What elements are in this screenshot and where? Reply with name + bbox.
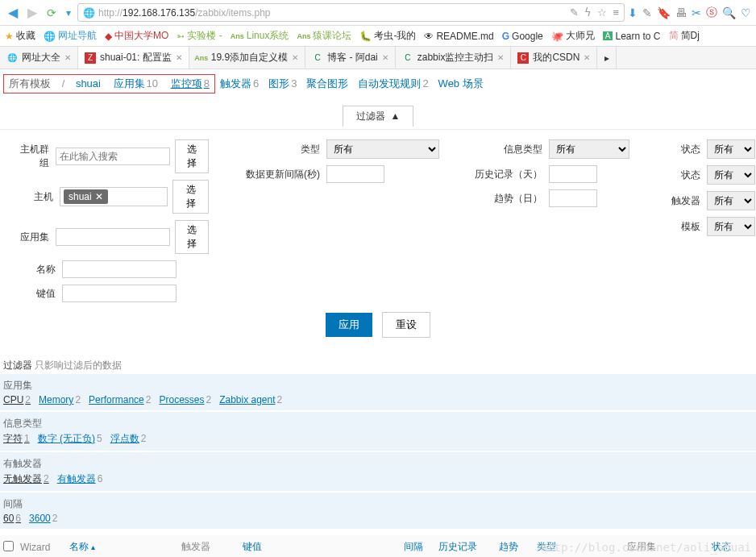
bookmark-item[interactable]: 👁README.md bbox=[424, 31, 493, 42]
bookmark-icon[interactable]: 🔖 bbox=[657, 6, 671, 19]
cat-item[interactable]: Performance2 bbox=[89, 394, 151, 405]
close-icon[interactable]: ✕ bbox=[382, 53, 388, 62]
close-icon[interactable]: ✕ bbox=[64, 53, 71, 62]
trigger-select[interactable]: 所有 bbox=[707, 191, 755, 210]
close-icon[interactable]: ✕ bbox=[497, 53, 504, 62]
subnav-screens[interactable]: 聚合图形 bbox=[301, 75, 353, 93]
bookmark-item[interactable]: GGoogle bbox=[502, 31, 543, 42]
cat-item[interactable]: 字符1 bbox=[3, 432, 30, 446]
tab[interactable]: Czabbix监控主动扫✕ bbox=[396, 47, 512, 69]
select-all-checkbox[interactable] bbox=[3, 541, 14, 551]
bookmark-item[interactable]: AnsLinux系统 bbox=[231, 29, 289, 43]
bookmark-item[interactable]: 🐛考虫-我的 bbox=[359, 29, 416, 43]
bookmark-item[interactable]: ➳实验楼 - bbox=[177, 29, 222, 43]
hostgroup-input[interactable] bbox=[56, 148, 170, 165]
select-button[interactable]: 选择 bbox=[172, 180, 209, 214]
bookmark-item[interactable]: 🐙大师兄 bbox=[551, 29, 595, 43]
bookmark-item[interactable]: 简简Dj bbox=[669, 29, 700, 43]
bookmark-item[interactable]: Ans猿课论坛 bbox=[297, 29, 351, 43]
key-label: 键值 bbox=[13, 287, 57, 301]
page-subnav: 所有模板 / shuai 应用集10 监控项8 触发器6 图形3 聚合图形 自动… bbox=[0, 69, 756, 98]
col-history[interactable]: 历史记录 bbox=[435, 535, 496, 557]
tab[interactable]: 🌐网址大全✕ bbox=[0, 47, 78, 69]
cat-interval: 间隔 606 36002 bbox=[0, 493, 756, 529]
update-input[interactable] bbox=[326, 165, 384, 183]
subnav-web[interactable]: Web 场景 bbox=[434, 75, 488, 93]
bookmarks-bar: ★收藏 🌐网址导航 ◆中国大学MO ➳实验楼 - AnsLinux系统 Ans猿… bbox=[0, 26, 756, 47]
history-input[interactable] bbox=[549, 165, 597, 183]
apply-button[interactable]: 应用 bbox=[326, 313, 372, 337]
bookmark-item[interactable]: ★收藏 bbox=[5, 29, 35, 43]
bookmark-item[interactable]: ALearn to C bbox=[603, 31, 661, 42]
bookmark-item[interactable]: 🌐网址导航 bbox=[44, 29, 97, 43]
subnav-appset[interactable]: 应用集10 bbox=[109, 76, 163, 91]
url-bar[interactable]: 🌐 http:// 192.168.176.135 /zabbix/items.… bbox=[77, 3, 625, 22]
select-button[interactable]: 选择 bbox=[175, 139, 209, 173]
filter-toggle[interactable]: 过滤器 ▲ bbox=[343, 106, 414, 127]
forward-button[interactable]: ▶ bbox=[24, 5, 40, 20]
cat-item[interactable]: 有触发器6 bbox=[57, 472, 103, 486]
close-icon[interactable]: ✕ bbox=[176, 53, 182, 62]
cat-item[interactable]: Memory2 bbox=[39, 394, 81, 405]
name-input[interactable] bbox=[62, 260, 177, 278]
select-button[interactable]: 选择 bbox=[175, 220, 209, 254]
tab[interactable]: C我的CSDN✕ bbox=[511, 47, 597, 69]
cut-icon[interactable]: ✂ bbox=[692, 6, 701, 19]
s-icon[interactable]: ⓢ bbox=[706, 6, 717, 20]
trend-input[interactable] bbox=[549, 189, 597, 207]
history-label: 历史记录（天） bbox=[471, 168, 544, 181]
subnav-items[interactable]: 监控项8 bbox=[166, 76, 214, 91]
col-name[interactable]: 名称 bbox=[66, 535, 178, 557]
reload-button[interactable]: ⟳ bbox=[44, 6, 60, 19]
state1-select[interactable]: 所有 bbox=[707, 139, 755, 159]
col-wizard[interactable]: Wizard bbox=[17, 535, 66, 557]
appset-input[interactable] bbox=[56, 228, 170, 246]
state2-select[interactable]: 所有 bbox=[707, 165, 755, 185]
globe-icon: 🌐 bbox=[83, 7, 95, 19]
cat-item[interactable]: 36002 bbox=[29, 513, 57, 524]
breadcrumb-root[interactable]: 所有模板 bbox=[4, 76, 56, 91]
col-trigger[interactable]: 触发器 bbox=[178, 535, 239, 557]
host-label: 主机 bbox=[13, 190, 55, 204]
filter-header: 过滤器 ▲ bbox=[0, 98, 756, 129]
dropdown-icon[interactable]: ▾ bbox=[63, 7, 74, 19]
chip-remove-icon[interactable]: ✕ bbox=[95, 191, 103, 202]
template-select[interactable]: 所有 bbox=[707, 217, 755, 236]
cat-item[interactable]: Zabbix agent2 bbox=[219, 394, 282, 405]
cat-item[interactable]: 无触发器2 bbox=[3, 472, 49, 486]
shield-icon[interactable]: ♡ bbox=[741, 6, 751, 19]
col-key[interactable]: 键值 bbox=[239, 535, 401, 557]
subnav-triggers[interactable]: 触发器6 bbox=[215, 75, 264, 93]
reset-button[interactable]: 重设 bbox=[382, 312, 430, 338]
download-icon[interactable]: ⬇ bbox=[628, 6, 638, 19]
cat-infotype: 信息类型 字符1 数字 (无正负)5 浮点数2 bbox=[0, 412, 756, 451]
print-icon[interactable]: 🖶 bbox=[675, 6, 687, 19]
back-button[interactable]: ◀ bbox=[5, 5, 21, 20]
update-label: 数据更新间隔(秒) bbox=[241, 168, 322, 181]
col-trend[interactable]: 趋势 bbox=[496, 535, 534, 557]
edit-icon[interactable]: ✎ bbox=[642, 6, 652, 19]
browser-tabs: 🌐网址大全✕ Zshuai-01: 配置监✕ Ans19.9添加自定义模✕ C博… bbox=[0, 47, 756, 69]
tab[interactable]: C博客 - 阿dai✕ bbox=[305, 47, 396, 69]
key-input[interactable] bbox=[62, 285, 177, 302]
cat-item[interactable]: Processes2 bbox=[159, 394, 211, 405]
template-label: 模板 bbox=[662, 220, 702, 234]
close-icon[interactable]: ✕ bbox=[584, 53, 590, 62]
trend-label: 趋势（日） bbox=[471, 192, 544, 206]
cat-item[interactable]: 数字 (无正负)5 bbox=[38, 432, 102, 446]
close-icon[interactable]: ✕ bbox=[292, 53, 298, 62]
tab[interactable]: Zshuai-01: 配置监✕ bbox=[78, 47, 189, 69]
cat-item[interactable]: 浮点数2 bbox=[110, 432, 147, 446]
type-select[interactable]: 所有 bbox=[326, 139, 439, 159]
subnav-graphs[interactable]: 图形3 bbox=[264, 75, 301, 93]
col-interval[interactable]: 间隔 bbox=[401, 535, 435, 557]
tab-menu[interactable]: ▸ bbox=[597, 47, 617, 69]
search-icon[interactable]: 🔍 bbox=[722, 6, 736, 19]
cat-item[interactable]: CPU2 bbox=[3, 394, 31, 405]
breadcrumb-link[interactable]: shuai bbox=[71, 76, 106, 91]
bookmark-item[interactable]: ◆中国大学MO bbox=[105, 29, 168, 43]
cat-item[interactable]: 606 bbox=[3, 513, 21, 524]
infotype-select[interactable]: 所有 bbox=[549, 139, 629, 159]
tab[interactable]: Ans19.9添加自定义模✕ bbox=[189, 47, 305, 69]
subnav-discovery[interactable]: 自动发现规则2 bbox=[353, 75, 433, 93]
